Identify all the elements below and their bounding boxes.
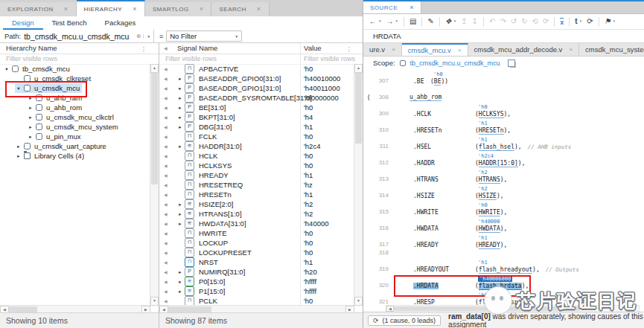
code-line[interactable]: 319 'h1 .HREADYOUT (flash_hreadyout),// …: [363, 258, 644, 274]
expander-icon[interactable]: [27, 124, 34, 130]
value-annotation[interactable]: 'h1: [478, 235, 488, 241]
connection-expression[interactable]: (HWRITE),: [475, 209, 513, 216]
annotate-icon[interactable]: [164, 260, 176, 265]
signal-row[interactable]: HCLKSYS 'h0: [159, 161, 354, 170]
port-name[interactable]: .HRDATA: [413, 283, 439, 289]
scrollbar-thumb[interactable]: [355, 73, 362, 144]
expander-icon[interactable]: [176, 202, 185, 208]
signal-link[interactable]: HTRANS: [479, 176, 500, 184]
port-name[interactable]: .HREADYOUT: [413, 266, 449, 273]
tab-source[interactable]: SOURCE: [363, 1, 421, 13]
tree-row[interactable]: u_ahb_ram: [0, 93, 150, 103]
signal-link[interactable]: flash_hreadyout: [479, 266, 532, 274]
code-line[interactable]: 317 'h1 .HREADY (HREADY),: [363, 234, 644, 250]
window-tab[interactable]: HIERARCHY: [77, 0, 145, 16]
annotate-icon[interactable]: [164, 153, 176, 158]
expander-icon[interactable]: [176, 76, 185, 82]
code-line[interactable]: 320 'h40006000 .HRDATA (flash_hrdata),: [363, 274, 644, 291]
annotate-icon[interactable]: [164, 163, 176, 168]
trace-back-icon[interactable]: [489, 18, 495, 25]
signal-link[interactable]: HWDATA: [479, 225, 500, 233]
value-annotation[interactable]: 'h0: [478, 202, 488, 208]
annotate-icon[interactable]: [164, 105, 176, 110]
subtab[interactable]: Packages: [96, 16, 145, 30]
tree-row[interactable]: tb_cmsdk_mcu: [0, 64, 150, 74]
annotate-icon[interactable]: [164, 250, 176, 255]
undo-trace-icon[interactable]: [511, 18, 517, 25]
goto-bottom-icon[interactable]: [472, 18, 478, 25]
connection-expression[interactable]: (HRESETn),: [475, 127, 517, 134]
port-name[interactable]: .HWDATA: [413, 225, 439, 232]
code-line[interactable]: 309 'h0 .HCLK (HCLKSYS),: [363, 103, 644, 119]
tree-row[interactable]: u_cmsdk_clkreset: [0, 74, 150, 83]
code-line[interactable]: 308 u_ahb_rom (: [363, 86, 644, 103]
annotate-icon[interactable]: [164, 202, 176, 207]
close-icon[interactable]: [392, 47, 395, 53]
signal-row[interactable]: BKPT[31:0] 'h4: [159, 112, 354, 122]
annotate-icon[interactable]: [164, 173, 176, 178]
tree-row[interactable]: u_cmsdk_mcu_system: [0, 122, 150, 132]
annotate-icon[interactable]: [164, 86, 176, 91]
column-menu-icon[interactable]: [141, 44, 147, 54]
path-dropdown-caret[interactable]: [143, 34, 153, 39]
causes-badge[interactable]: (1 cause, 0 leads): [368, 315, 441, 326]
annotate-icon[interactable]: [164, 298, 176, 303]
expander-icon[interactable]: [3, 66, 10, 72]
signal-link[interactable]: HADDR[15:0]: [479, 160, 518, 167]
goto-top-icon[interactable]: [461, 18, 467, 25]
window-tab[interactable]: SEARCH: [211, 2, 269, 16]
signal-row[interactable]: LOCKUP 'h0: [159, 238, 354, 248]
signal-row[interactable]: HADDR[31:0] 'h2c4: [159, 141, 354, 151]
signal-row[interactable]: HCLK 'h0: [159, 151, 354, 161]
value-annotation[interactable]: 'h0: [478, 292, 488, 298]
debug-icon[interactable]: [445, 18, 456, 25]
annotate-icon[interactable]: [164, 221, 176, 226]
code-line[interactable]: 316 'h40000 .HWDATA (HWDATA),: [363, 217, 644, 234]
subtab[interactable]: Design: [3, 16, 43, 30]
value-annotation[interactable]: 'h2c4: [478, 153, 494, 159]
value-annotation[interactable]: 'h1: [478, 137, 488, 143]
expander-icon[interactable]: [176, 124, 185, 130]
document-icon[interactable]: [409, 18, 416, 25]
annotate-icon[interactable]: [164, 269, 176, 274]
scroll-left-icon[interactable]: [386, 306, 394, 312]
port-name[interactable]: .BE: [413, 78, 424, 85]
code-line[interactable]: 307 'h0 .BE (BE)): [363, 70, 644, 86]
expander-icon[interactable]: [176, 279, 185, 285]
expander-icon[interactable]: [176, 289, 185, 295]
code-line[interactable]: 321 'h0 .HRESP (flash_hresp): [363, 291, 644, 306]
value-annotation[interactable]: 'h1: [478, 260, 488, 266]
annotate-icon[interactable]: [164, 211, 176, 216]
annotate-icon[interactable]: [164, 240, 176, 245]
expander-icon[interactable]: [176, 211, 185, 217]
expander-icon[interactable]: [176, 115, 185, 120]
connection-expression[interactable]: (HTRANS),: [475, 176, 513, 183]
connection-expression[interactable]: (flash_hsel),// AHB inputs: [475, 144, 571, 150]
file-tab[interactable]: cmsdk_mcu.v: [402, 43, 468, 56]
code-line[interactable]: 315 'h0 .HWRITE (HWRITE),: [363, 201, 644, 217]
signal-row[interactable]: HTRANS[1:0] 'h2: [159, 209, 354, 219]
scrollbar-thumb[interactable]: [394, 306, 580, 311]
connection-expression[interactable]: (flash_hrdata),: [475, 283, 535, 289]
tree-row[interactable]: u_cmsdk_mcu: [0, 83, 150, 93]
code-text[interactable]: u_ahb_rom: [409, 94, 441, 101]
window-tab[interactable]: SMARTLOG: [145, 2, 212, 16]
code-line[interactable]: 318: [363, 250, 644, 258]
file-tab[interactable]: cmsdk_mcu_addr_decode.v: [468, 43, 580, 56]
tree-row[interactable]: u_ahb_rom: [0, 103, 150, 112]
expander-icon[interactable]: [176, 86, 185, 91]
expander-icon[interactable]: [27, 95, 34, 101]
close-icon[interactable]: [409, 4, 414, 11]
window-splitter[interactable]: [363, 0, 363, 328]
signal-row[interactable]: BASEADDR_SYSROMTABLE[31:0] 'hf0000000: [159, 93, 354, 103]
scrollbar-thumb[interactable]: [168, 306, 211, 312]
hierarchy-column-header[interactable]: Hierarchy Name: [0, 44, 57, 52]
tree-row[interactable]: u_cmsdk_mcu_clkctrl: [0, 112, 150, 122]
close-icon[interactable]: [569, 47, 573, 53]
expander-icon[interactable]: [176, 95, 185, 101]
rotate-right-icon[interactable]: [543, 18, 549, 25]
signal-row[interactable]: BASEADDR_GPIO0[31:0] 'h40010000: [159, 74, 354, 83]
signal-row[interactable]: P0[15:0] 'hffff: [159, 277, 354, 286]
file-tab[interactable]: ure.v: [363, 43, 402, 56]
connection-expression[interactable]: (HREADY),: [475, 242, 513, 248]
